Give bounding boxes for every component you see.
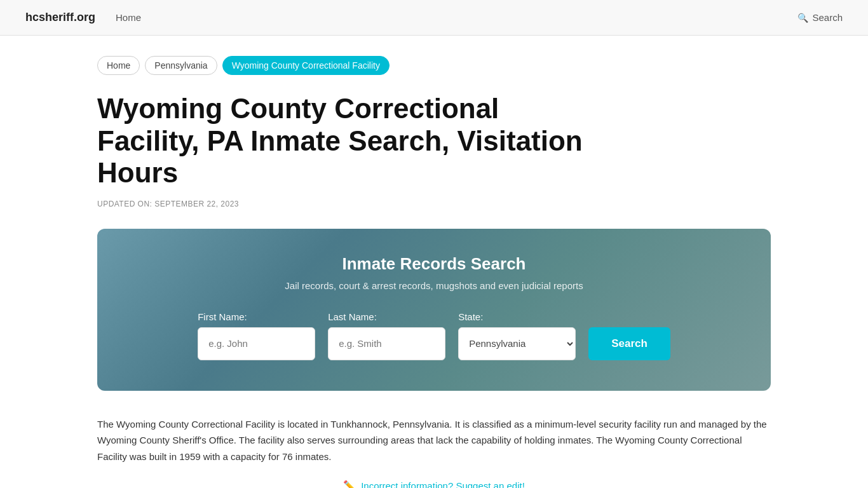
state-label: State: xyxy=(458,311,576,322)
navbar: hcsheriff.org Home 🔍 Search xyxy=(0,0,868,36)
last-name-label: Last Name: xyxy=(328,311,445,322)
pencil-icon: ✏️ xyxy=(343,480,356,488)
search-section-title: Inmate Records Search xyxy=(129,254,739,274)
updated-date: UPDATED ON: SEPTEMBER 22, 2023 xyxy=(97,200,771,208)
inmate-search-section: Inmate Records Search Jail records, cour… xyxy=(97,229,771,391)
last-name-group: Last Name: xyxy=(328,311,445,360)
search-icon: 🔍 xyxy=(797,13,808,23)
first-name-input[interactable] xyxy=(198,327,315,360)
last-name-input[interactable] xyxy=(328,327,445,360)
breadcrumb-current: Wyoming County Correctional Facility xyxy=(222,56,390,75)
main-content: Home Pennsylvania Wyoming County Correct… xyxy=(72,36,796,488)
suggest-edit-link[interactable]: ✏️ Incorrect information? Suggest an edi… xyxy=(97,480,771,488)
page-title: Wyoming County Correctional Facility, PA… xyxy=(97,93,593,189)
state-select[interactable]: Pennsylvania New York New Jersey Califor… xyxy=(458,327,576,360)
state-group: State: Pennsylvania New York New Jersey … xyxy=(458,311,576,360)
search-button[interactable]: Search xyxy=(588,327,670,360)
nav-home-link[interactable]: Home xyxy=(116,12,141,23)
first-name-group: First Name: xyxy=(198,311,315,360)
navbar-search[interactable]: 🔍 Search xyxy=(797,12,843,23)
first-name-label: First Name: xyxy=(198,311,315,322)
breadcrumb-home[interactable]: Home xyxy=(97,56,140,75)
suggest-edit-label: Incorrect information? Suggest an edit! xyxy=(361,480,525,488)
breadcrumb-pennsylvania[interactable]: Pennsylvania xyxy=(145,56,217,75)
site-logo[interactable]: hcsheriff.org xyxy=(25,11,95,24)
breadcrumb: Home Pennsylvania Wyoming County Correct… xyxy=(97,56,771,75)
description-text: The Wyoming County Correctional Facility… xyxy=(97,416,771,465)
navbar-left: hcsheriff.org Home xyxy=(25,11,141,24)
search-form: First Name: Last Name: State: Pennsylvan… xyxy=(129,311,739,360)
nav-search-label: Search xyxy=(812,12,843,23)
search-section-subtitle: Jail records, court & arrest records, mu… xyxy=(129,280,739,291)
